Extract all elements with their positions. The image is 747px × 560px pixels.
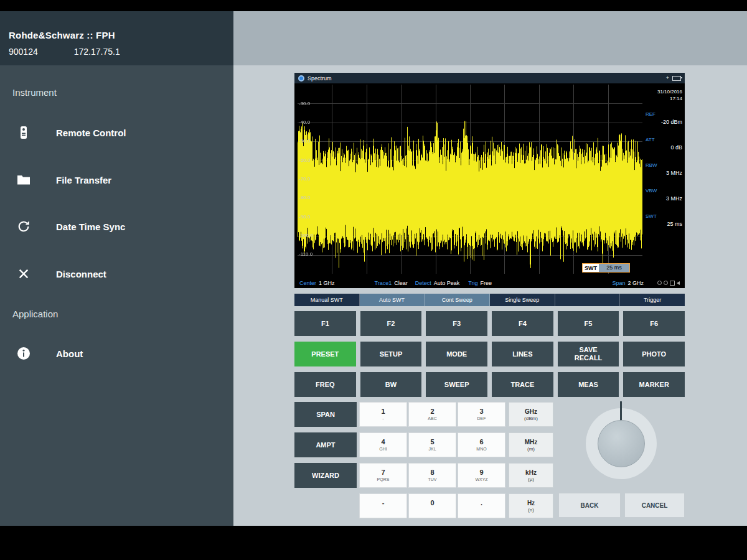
rotary-knob-area bbox=[558, 398, 685, 488]
sidebar: Rohde&Schwarz :: FPH 900124 172.17.75.1 … bbox=[0, 11, 233, 526]
ampt-button[interactable]: AMPT bbox=[294, 432, 357, 457]
status-detect: DetectAuto Peak bbox=[415, 280, 460, 286]
param-swt: SWT 25 ms bbox=[646, 213, 682, 227]
key-0[interactable]: 0 bbox=[408, 493, 456, 518]
spectrum-titlebar: Spectrum + bbox=[294, 73, 685, 83]
f3-button[interactable]: F3 bbox=[426, 311, 487, 336]
y-axis-label: -70.0 bbox=[299, 176, 310, 182]
sweep-button[interactable]: SWEEP bbox=[426, 372, 487, 397]
photo-button[interactable]: PHOTO bbox=[623, 342, 685, 366]
key-6[interactable]: 6MNO bbox=[458, 432, 505, 457]
top-black-bar bbox=[0, 0, 747, 11]
key-1[interactable]: 1- bbox=[359, 402, 407, 427]
status-arrow-icon bbox=[677, 281, 680, 285]
sidebar-item-date-time-sync[interactable]: Date Time Sync bbox=[0, 205, 233, 248]
trace-button[interactable]: TRACE bbox=[492, 372, 553, 397]
softkey-cont-sweep[interactable]: Cont Sweep bbox=[425, 294, 490, 306]
status-icons bbox=[657, 281, 680, 286]
lines-button[interactable]: LINES bbox=[492, 342, 553, 366]
close-icon bbox=[16, 266, 31, 281]
sidebar-item-disconnect[interactable]: Disconnect bbox=[0, 252, 233, 296]
datetime-display: 31/10/2016 17:14 bbox=[646, 88, 682, 102]
status-square-icon bbox=[670, 281, 675, 286]
freq-button[interactable]: FREQ bbox=[294, 372, 356, 397]
swt-entry-value: 25 ms bbox=[599, 264, 629, 272]
app-mode-icon bbox=[298, 75, 304, 82]
rotary-knob[interactable] bbox=[598, 420, 645, 467]
sidebar-header: Rohde&Schwarz :: FPH 900124 172.17.75.1 bbox=[0, 11, 233, 65]
fkey-row: F1 F2 F3 F4 F5 F6 bbox=[294, 311, 685, 336]
sidebar-item-label: Remote Control bbox=[56, 128, 126, 138]
status-trace: Trace1Clear bbox=[375, 280, 408, 286]
setup-button[interactable]: SETUP bbox=[360, 342, 422, 366]
khz-unit-button[interactable]: kHz(µ) bbox=[509, 463, 553, 488]
f1-button[interactable]: F1 bbox=[294, 311, 356, 336]
mode-button[interactable]: MODE bbox=[426, 342, 487, 366]
bw-button[interactable]: BW bbox=[360, 372, 422, 397]
softkey-auto-swt[interactable]: Auto SWT bbox=[360, 294, 425, 306]
ghz-unit-button[interactable]: GHz(dBm) bbox=[509, 402, 553, 427]
section-instrument: Instrument bbox=[12, 87, 57, 98]
device-ip: 172.17.75.1 bbox=[74, 47, 120, 57]
remote-icon bbox=[16, 125, 31, 140]
spectrum-plot-area: -30.0 -40.0 -50.0 -60.0 -70.0 -80.0 -90.… bbox=[294, 83, 685, 278]
preset-button[interactable]: PRESET bbox=[294, 342, 356, 366]
softkey-trigger[interactable]: Trigger bbox=[620, 294, 685, 306]
hz-unit-button[interactable]: Hz(n) bbox=[509, 493, 553, 518]
softkey-empty[interactable] bbox=[555, 294, 621, 306]
measurement-settings-panel: 31/10/2016 17:14 REF -20 dBm ATT 0 dB RB… bbox=[643, 83, 685, 278]
key-minus[interactable]: - bbox=[359, 493, 407, 518]
key-5[interactable]: 5JKL bbox=[408, 432, 456, 457]
param-vbw: VBW 3 MHz bbox=[646, 188, 682, 202]
hardkey-row-3: FREQ BW SWEEP TRACE MEAS MARKER bbox=[294, 372, 685, 397]
unit-keys: GHz(dBm) MHz(m) kHz(µ) Hz(n) bbox=[509, 402, 553, 518]
spectrum-statusbar: Center1 GHz Trace1Clear DetectAuto Peak … bbox=[294, 278, 685, 288]
folder-icon bbox=[16, 172, 31, 187]
save-recall-button[interactable]: SAVE RECALL bbox=[558, 342, 619, 366]
softkey-manual-swt[interactable]: Manual SWT bbox=[294, 294, 360, 306]
key-3[interactable]: 3DEF bbox=[458, 402, 505, 427]
sidebar-item-label: File Transfer bbox=[56, 175, 111, 185]
cancel-button[interactable]: CANCEL bbox=[624, 493, 685, 518]
sidebar-item-label: About bbox=[56, 348, 83, 359]
wizard-button[interactable]: WIZARD bbox=[294, 463, 357, 488]
meas-button[interactable]: MEAS bbox=[558, 372, 619, 397]
main-top-band bbox=[233, 11, 747, 65]
plus-icon: + bbox=[666, 75, 669, 81]
sidebar-item-about[interactable]: About bbox=[0, 332, 233, 375]
key-dot[interactable]: . bbox=[458, 493, 505, 518]
device-serial: 900124 bbox=[9, 47, 38, 57]
key-8[interactable]: 8TUV bbox=[408, 463, 456, 488]
key-4[interactable]: 4GHI bbox=[359, 432, 407, 457]
span-button[interactable]: SPAN bbox=[294, 402, 357, 427]
y-axis-label: -50.0 bbox=[299, 138, 310, 144]
y-axis-label: -90.0 bbox=[299, 214, 310, 220]
section-application: Application bbox=[12, 309, 58, 319]
swt-entry-field[interactable]: SWT 25 ms bbox=[582, 263, 630, 273]
battery-icon bbox=[672, 76, 681, 81]
sidebar-item-remote-control[interactable]: Remote Control bbox=[0, 111, 233, 154]
key-2[interactable]: 2ABC bbox=[408, 402, 456, 427]
softkey-single-sweep[interactable]: Single Sweep bbox=[490, 294, 555, 306]
mhz-unit-button[interactable]: MHz(m) bbox=[509, 432, 553, 457]
back-button[interactable]: BACK bbox=[558, 493, 621, 518]
sidebar-item-file-transfer[interactable]: File Transfer bbox=[0, 158, 233, 202]
f4-button[interactable]: F4 bbox=[492, 311, 553, 336]
marker-button[interactable]: MARKER bbox=[623, 372, 685, 397]
key-7[interactable]: 7PQRS bbox=[359, 463, 407, 488]
status-dot-icon bbox=[657, 281, 662, 285]
status-center: Center1 GHz bbox=[299, 280, 335, 286]
status-dot-icon bbox=[664, 281, 668, 285]
key-9[interactable]: 9WXYZ bbox=[458, 463, 505, 488]
y-axis-label: -60.0 bbox=[299, 157, 310, 163]
param-ref: REF -20 dBm bbox=[646, 111, 682, 125]
y-axis-label: -80.0 bbox=[299, 195, 310, 200]
info-icon bbox=[16, 346, 31, 361]
bottom-black-bar bbox=[0, 526, 747, 560]
f2-button[interactable]: F2 bbox=[360, 311, 422, 336]
status-span: Span2 GHz bbox=[612, 280, 644, 286]
f5-button[interactable]: F5 bbox=[558, 311, 619, 336]
f6-button[interactable]: F6 bbox=[623, 311, 685, 336]
numeric-keypad: 1- 2ABC 3DEF 4GHI 5JKL 6MNO 7PQRS 8TUV 9… bbox=[359, 402, 505, 518]
spectrum-screen: Spectrum + -30.0 -40.0 -50.0 -60.0 -70.0… bbox=[294, 73, 685, 288]
